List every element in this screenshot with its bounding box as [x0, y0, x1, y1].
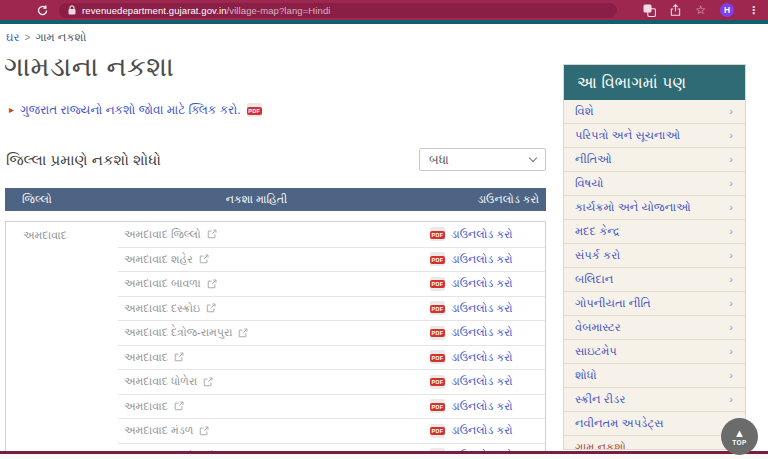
- sidebar-item-label: નીતિઓ: [575, 152, 612, 167]
- map-info-cell: અમદાવાદ બાવળા: [124, 277, 217, 290]
- sidebar-item[interactable]: સ્ક્રીન રીડર ›: [564, 388, 745, 412]
- download-link[interactable]: ડાઉનલોડ કરો: [451, 302, 513, 315]
- sidebar-item[interactable]: નીતિઓ ›: [564, 148, 745, 172]
- map-link[interactable]: અમદાવાદ શહેર: [124, 253, 193, 266]
- map-link[interactable]: અમદાવાદ દસ્ક્રોઇ: [124, 302, 200, 315]
- breadcrumb-home-link[interactable]: ઘર: [6, 31, 19, 44]
- pdf-icon: PDF: [430, 252, 445, 266]
- table-row: અમદાવાદ બાવળા PDF ડાઉનલોડ કરો: [118, 271, 545, 296]
- sidebar-item-label: વિષયો: [575, 176, 604, 191]
- map-link[interactable]: અમદાવાદ મંડળ: [124, 424, 193, 437]
- reload-button[interactable]: [37, 5, 48, 16]
- share-icon[interactable]: [670, 4, 681, 16]
- map-info-cell: અમદાવાદ મંડળ: [124, 424, 209, 437]
- download-cell: PDF ડાઉનલોડ કરો: [400, 399, 545, 413]
- sidebar-item-label: વિશે: [575, 104, 594, 119]
- sidebar-item[interactable]: મદદ કેન્દ્ર ›: [564, 220, 745, 244]
- chevron-right-icon: ›: [729, 250, 733, 261]
- download-cell: PDF ડાઉનલોડ કરો: [400, 326, 545, 340]
- pdf-icon-label: PDF: [430, 354, 445, 362]
- pdf-icon: PDF: [430, 301, 445, 315]
- sidebar-item[interactable]: વિષયો ›: [564, 172, 745, 196]
- footer-divider: [0, 451, 768, 459]
- table-row: અમદાવાદ PDF ડાઉનલોડ કરો: [118, 345, 545, 370]
- map-link[interactable]: અમદાવાદ: [124, 400, 168, 413]
- chevron-right-icon: ›: [729, 346, 733, 357]
- sidebar-item[interactable]: સાઇટમેપ ›: [564, 340, 745, 364]
- page-title: ગામડાના નકશા: [4, 52, 174, 83]
- sidebar-item[interactable]: બલિદાન ›: [564, 268, 745, 292]
- sidebar-title: આ વિભાગમાં પણ: [564, 65, 745, 100]
- external-link-icon: [203, 377, 213, 387]
- address-bar[interactable]: revenuedepartment.gujarat.gov.in/village…: [59, 3, 617, 18]
- map-info-cell: અમદાવાદ દેત્રોજ-રામપુરા: [124, 326, 248, 339]
- back-to-top-button[interactable]: ▲ TOP: [721, 418, 758, 455]
- download-cell: PDF ડાઉનલોડ કરો: [400, 227, 545, 241]
- column-header-map-info: નકશા માહિતી: [117, 193, 396, 206]
- sidebar-item-label: નવીનતમ અપડેટ્સ: [575, 416, 663, 431]
- sidebar-item[interactable]: ગોપનીયતા નીતિ ›: [564, 292, 745, 316]
- sidebar-item[interactable]: શોધો ›: [564, 364, 745, 388]
- chevron-right-icon: ›: [729, 370, 733, 381]
- pdf-icon-label: PDF: [430, 329, 445, 337]
- download-link[interactable]: ડાઉનલોડ કરો: [451, 326, 513, 339]
- external-link-icon: [206, 303, 216, 313]
- sidebar-item-label: ગોપનીયતા નીતિ: [575, 296, 651, 311]
- bookmark-star-icon[interactable]: ☆: [695, 4, 706, 16]
- map-link[interactable]: અમદાવાદ બાવળા: [124, 277, 201, 290]
- pdf-icon[interactable]: PDF: [247, 103, 262, 117]
- sidebar-item-label: શોધો: [575, 368, 597, 383]
- chevron-right-icon: ›: [729, 322, 733, 333]
- download-link[interactable]: ડાઉનલોડ કરો: [451, 400, 513, 413]
- translate-icon[interactable]: [643, 4, 656, 17]
- download-link[interactable]: ડાઉનલોડ કરો: [451, 375, 513, 388]
- sidebar-item[interactable]: સંપર્ક કરો ›: [564, 244, 745, 268]
- download-link[interactable]: ડાઉનલોડ કરો: [451, 253, 513, 266]
- sidebar-item-label: સાઇટમેપ: [575, 344, 617, 359]
- browser-chrome: revenuedepartment.gujarat.gov.in/village…: [0, 0, 768, 20]
- lock-icon: [68, 5, 76, 15]
- pdf-icon: PDF: [430, 399, 445, 413]
- download-link[interactable]: ડાઉનલોડ કરો: [451, 228, 513, 241]
- map-info-cell: અમદાવાદ: [124, 400, 184, 413]
- download-link[interactable]: ડાઉનલોડ કરો: [451, 424, 513, 437]
- reload-icon: [37, 5, 48, 16]
- chevron-right-icon: ›: [729, 298, 733, 309]
- sidebar-item-label: મદદ કેન્દ્ર: [575, 224, 620, 239]
- sidebar-item[interactable]: કાર્યક્રમો અને યોજનાઓ ›: [564, 196, 745, 220]
- state-map-link[interactable]: ગુજરાત રાજ્યનો નકશો જોવા માટે ક્લિક કરો.: [20, 103, 241, 117]
- download-link[interactable]: ડાઉનલોડ કરો: [451, 277, 513, 290]
- map-link[interactable]: અમદાવાદ: [124, 351, 168, 364]
- district-select[interactable]: બધા: [419, 148, 546, 171]
- table-row: અમદાવાદ દસ્ક્રોઇ PDF ડાઉનલોડ કરો: [118, 296, 545, 321]
- district-name: અમદાવાદ: [23, 229, 67, 242]
- district-filter-label: જિલ્લા પ્રમાણે નકશો શોધો: [6, 151, 161, 169]
- breadcrumb: ઘર > ગામ નકશો: [6, 31, 86, 44]
- profile-avatar[interactable]: H: [720, 3, 734, 17]
- pdf-icon-label: PDF: [430, 305, 445, 313]
- download-link[interactable]: ડાઉનલોડ કરો: [451, 351, 513, 364]
- site-nav-strip: [0, 20, 768, 24]
- sidebar-item[interactable]: પરિપત્રો અને સૂચનાઓ ›: [564, 124, 745, 148]
- map-link[interactable]: અમદાવાદ દેત્રોજ-રામપુરા: [124, 326, 232, 339]
- sidebar-item[interactable]: નવીનતમ અપડેટ્સ ›: [564, 412, 745, 436]
- sidebar-item[interactable]: ગામ નકશો ›: [564, 436, 745, 450]
- browser-menu-icon[interactable]: ⋮: [748, 5, 759, 16]
- pdf-icon: PDF: [430, 424, 445, 438]
- chevron-right-icon: ›: [729, 154, 733, 165]
- sidebar-item[interactable]: વેબમાસ્ટર ›: [564, 316, 745, 340]
- table-row: અમદાવાદ દેત્રોજ-રામપુરા PDF ડાઉનલોડ કરો: [118, 320, 545, 345]
- district-filter-row: જિલ્લા પ્રમાણે નકશો શોધો બધા: [6, 148, 546, 171]
- table-row: અમદાવાદ PDF ડાઉનલોડ કરો: [118, 394, 545, 419]
- pdf-icon-label: PDF: [430, 378, 445, 386]
- map-link[interactable]: અમદાવાદ જિલ્લો: [124, 228, 201, 241]
- map-link[interactable]: અમદાવાદ ધોળેરા: [124, 375, 197, 388]
- sidebar-item[interactable]: વિશે ›: [564, 100, 745, 124]
- chevron-down-icon: [529, 154, 537, 162]
- download-cell: PDF ડાઉનલોડ કરો: [400, 350, 545, 364]
- table-body: અમદાવાદ અમદાવાદ જિલ્લો PDF ડાઉનલોડ કરો અ…: [5, 221, 546, 459]
- external-link-icon: [174, 352, 184, 362]
- external-link-icon: [174, 401, 184, 411]
- download-cell: PDF ડાઉનલોડ કરો: [400, 277, 545, 291]
- chevron-right-icon: ›: [729, 130, 733, 141]
